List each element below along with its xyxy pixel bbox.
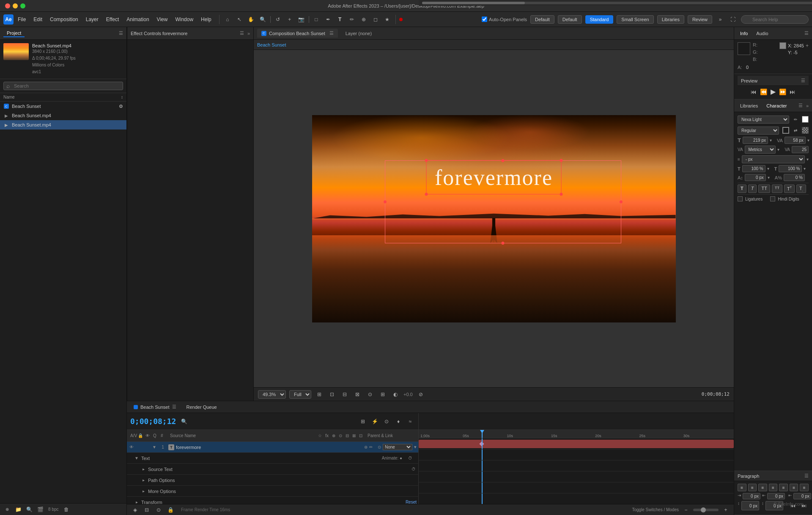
help-search[interactable] — [741, 15, 809, 24]
timeline-comp-menu[interactable]: ☰ — [172, 404, 176, 410]
workspace-libraries[interactable]: Libraries — [657, 15, 684, 24]
selection-handle-bottom-right[interactable] — [560, 193, 563, 196]
scale-v-input[interactable] — [779, 165, 802, 172]
source-text-stopwatch[interactable]: ⏱ — [411, 466, 417, 472]
color-correct-icon[interactable]: ◐ — [391, 390, 400, 399]
project-menu-btn[interactable]: ☰ — [119, 30, 123, 36]
hindi-digits-checkbox[interactable] — [770, 196, 775, 201]
font-size-input[interactable] — [743, 137, 768, 144]
hand-tool[interactable]: ✋ — [247, 15, 256, 24]
comp-tab-menu[interactable]: ☰ — [329, 30, 334, 36]
second-swatch[interactable] — [779, 42, 786, 49]
list-item[interactable]: ▶ Beach Sunset.mp4 — [0, 111, 126, 120]
eraser-tool[interactable]: ◻ — [371, 15, 380, 24]
layer-lock[interactable] — [144, 444, 150, 450]
arrow-tool[interactable]: ↖ — [235, 15, 244, 24]
justify-all[interactable]: ≡ — [800, 484, 809, 491]
style-small-caps[interactable]: TT — [772, 185, 782, 193]
menu-animation[interactable]: Animation — [123, 15, 152, 24]
prev-frame-btn[interactable]: ⏪ — [760, 88, 767, 95]
render-queue-tab[interactable]: Render Queue — [183, 404, 220, 410]
timeline-timecode[interactable]: 0;00;08;12 — [130, 417, 176, 426]
style-all-caps[interactable]: TT — [758, 185, 770, 193]
position-tool[interactable]: + — [285, 15, 294, 24]
canvas-area[interactable]: forevermore — [254, 50, 734, 387]
track-bar-1[interactable] — [419, 440, 734, 448]
home-icon[interactable]: ⌂ — [223, 15, 232, 24]
footage-icon[interactable]: 🎬 — [36, 505, 45, 514]
grid-icon[interactable]: ⊞ — [378, 390, 387, 399]
region-interest-icon[interactable]: ⊞ — [315, 390, 324, 399]
next-frame-btn[interactable]: ⏩ — [779, 88, 786, 95]
style-italic[interactable]: T — [748, 185, 757, 193]
justify-left[interactable]: ≡ — [769, 484, 778, 491]
libraries-tab[interactable]: Libraries — [738, 102, 760, 109]
solo-toggle[interactable]: ⊙ — [382, 417, 391, 426]
selection-handle-bottom-middle[interactable] — [502, 242, 505, 245]
list-item[interactable]: ▶ Beach Sunset.mp4 — [0, 120, 126, 129]
selection-handle-middle-right[interactable] — [620, 201, 623, 204]
add-coords[interactable]: + — [806, 43, 809, 49]
style-super[interactable]: TT — [784, 185, 795, 193]
timecode-search[interactable]: 🔍 — [179, 417, 189, 426]
current-timecode[interactable]: 0;00;08;12 — [702, 391, 730, 397]
timeline-lock[interactable]: 🔒 — [166, 505, 175, 515]
menu-help[interactable]: Help — [198, 15, 215, 24]
parent-dropdown-chevron[interactable]: ▾ — [414, 444, 417, 450]
timeline-zoom-out[interactable]: − — [681, 505, 691, 515]
metrics-select[interactable]: Metrics — [745, 146, 776, 154]
property-row[interactable]: ▸ Path Options — [127, 475, 418, 486]
audio-tab[interactable]: Audio — [754, 30, 771, 37]
preview-menu[interactable]: ☰ — [801, 78, 805, 83]
menu-view[interactable]: View — [154, 15, 171, 24]
workspace-review[interactable]: Review — [688, 15, 712, 24]
baseline-input[interactable] — [745, 174, 766, 181]
breadcrumb[interactable]: Beach Sunset — [257, 42, 286, 47]
char-panel-menu[interactable]: ☰ — [798, 103, 803, 108]
style-bold[interactable]: T — [738, 185, 746, 193]
transparency-icon[interactable]: ⊡ — [327, 390, 337, 399]
property-row[interactable]: ▼ Text Animate: ● ⏱ — [127, 453, 418, 464]
space-before-input[interactable] — [741, 501, 759, 510]
align-center[interactable]: ≡ — [748, 484, 757, 491]
swap-colors[interactable]: ⇄ — [791, 126, 800, 135]
font-color-swatch[interactable] — [802, 116, 809, 123]
reset-exposure-icon[interactable]: ⊘ — [416, 390, 425, 399]
text-tool[interactable]: T — [335, 15, 345, 24]
preview-quality-icon[interactable]: ⊙ — [365, 390, 375, 399]
fullscreen-toggle[interactable]: ⛶ — [728, 15, 738, 24]
project-search-input[interactable] — [3, 82, 123, 90]
edit-font-icon[interactable]: ✏ — [791, 115, 800, 124]
property-row[interactable]: ▸ More Options — [127, 486, 418, 497]
layer-expand[interactable]: ▼ — [151, 444, 157, 450]
layer-eye[interactable]: 👁 — [129, 444, 134, 450]
tracking-input[interactable] — [785, 137, 806, 144]
menu-effect[interactable]: Effect — [103, 15, 122, 24]
layer-solo[interactable] — [136, 444, 142, 450]
trash-icon[interactable]: 🗑 — [62, 505, 71, 514]
timeline-add-marker[interactable]: ◈ — [130, 505, 140, 515]
comp-mini-flowchart[interactable]: ⊞ — [358, 417, 368, 426]
zoom-tool[interactable]: 🔍 — [258, 15, 268, 24]
align-left[interactable]: ≡ — [738, 484, 746, 491]
layer-name[interactable]: forevermore — [176, 445, 362, 450]
paint-tool[interactable]: ✏ — [347, 15, 357, 24]
parent-link[interactable]: ⊙ None ▾ — [374, 444, 417, 450]
font-select[interactable]: Nexa Light — [738, 116, 789, 124]
menu-file[interactable]: File — [14, 15, 29, 24]
camera-tool[interactable]: 📷 — [297, 15, 306, 24]
animate-label[interactable]: Animate: ● — [382, 456, 402, 460]
close-button[interactable] — [5, 3, 10, 8]
timeline-zoom-in[interactable]: + — [721, 505, 730, 515]
lineheight-dropdown[interactable]: ▾ — [807, 157, 809, 162]
checker-swatch[interactable] — [802, 127, 809, 134]
zoom-select[interactable]: 49.3% — [258, 390, 286, 399]
auto-open-panels[interactable]: Auto-Open Panels — [482, 17, 527, 22]
style-select[interactable]: Regular — [738, 127, 779, 135]
tsume-input[interactable] — [784, 174, 805, 181]
skip-to-start-btn[interactable]: ⏮ — [751, 88, 757, 95]
skip-to-end-btn[interactable]: ⏭ — [790, 88, 796, 95]
justify-right[interactable]: ≡ — [790, 484, 798, 491]
minimize-button[interactable] — [13, 3, 18, 8]
maximize-button[interactable] — [20, 3, 25, 8]
